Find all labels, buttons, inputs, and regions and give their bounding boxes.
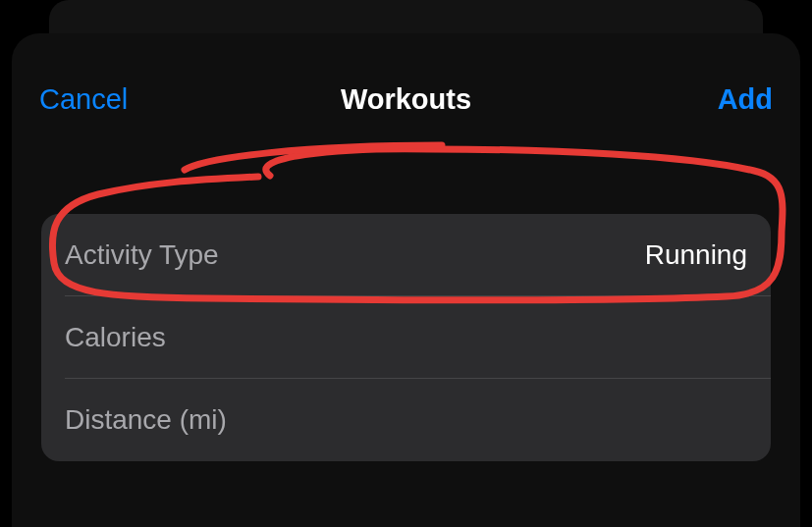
row-distance[interactable]: Distance (mi) bbox=[41, 379, 771, 461]
cancel-button[interactable]: Cancel bbox=[39, 83, 128, 115]
row-label: Calories bbox=[65, 322, 166, 353]
row-label: Distance (mi) bbox=[65, 404, 227, 436]
row-activity-type[interactable]: Activity Type Running bbox=[41, 214, 771, 296]
add-button[interactable]: Add bbox=[718, 83, 773, 115]
row-calories[interactable]: Calories bbox=[41, 296, 771, 379]
modal-sheet: Cancel Workouts Add Activity Type Runnin… bbox=[12, 33, 800, 527]
row-label: Activity Type bbox=[65, 239, 219, 271]
row-value: Running bbox=[645, 239, 747, 271]
page-title: Workouts bbox=[341, 83, 471, 115]
nav-bar: Cancel Workouts Add bbox=[12, 33, 800, 128]
form-list: Activity Type Running Calories Distance … bbox=[41, 214, 771, 461]
